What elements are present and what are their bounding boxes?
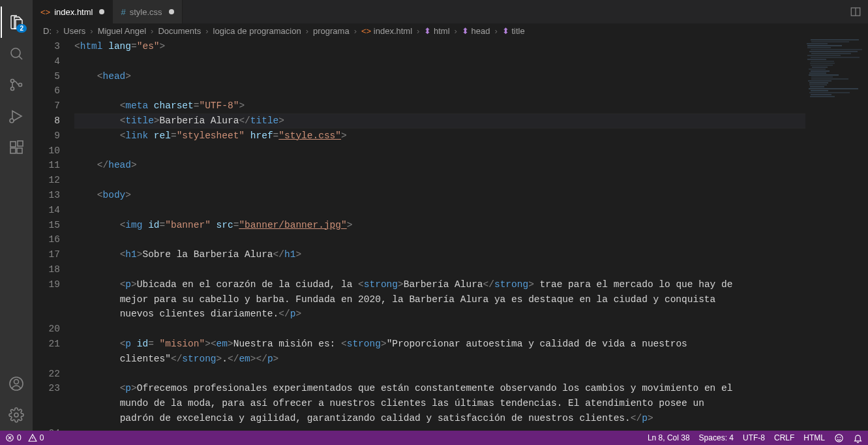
line-number: 23 [33, 381, 60, 396]
status-errors[interactable]: 0 [5, 433, 22, 442]
code-line[interactable]: <head> [74, 69, 868, 84]
svg-point-15 [837, 437, 838, 437]
code-line[interactable]: <p>Ubicada en el corazón de la ciudad, l… [74, 277, 868, 292]
code-line[interactable] [74, 367, 868, 382]
code-line[interactable]: </head> [74, 158, 868, 173]
code-line[interactable] [74, 322, 868, 337]
breadcrumb-segment[interactable]: logica de programacion [213, 26, 301, 36]
code-line[interactable]: mundo de la moda, para así ofrecer a nue… [74, 396, 868, 411]
status-warnings[interactable]: 0 [28, 433, 44, 442]
line-number: 16 [33, 232, 60, 247]
breadcrumb-segment[interactable]: Users [63, 26, 85, 36]
svg-point-3 [19, 84, 22, 87]
search-button[interactable] [1, 38, 32, 69]
svg-rect-6 [10, 148, 16, 153]
line-number [33, 307, 60, 322]
dirty-indicator-icon [99, 9, 104, 14]
code-line[interactable]: <title>Barbería Alura</title> [74, 114, 868, 129]
line-number: 14 [33, 203, 60, 218]
line-number: 15 [33, 218, 60, 233]
code-line[interactable]: <p>Ofrecemos profesionales experimentado… [74, 381, 868, 396]
line-number: 18 [33, 262, 60, 277]
code-line[interactable] [74, 54, 868, 69]
breadcrumb-segment[interactable]: Documents [158, 26, 201, 36]
code-line[interactable]: <meta charset="UTF-8"> [74, 99, 868, 114]
line-number: 20 [33, 322, 60, 337]
line-number: 9 [33, 129, 60, 144]
status-encoding[interactable]: UTF-8 [743, 433, 765, 442]
run-debug-button[interactable] [1, 100, 32, 132]
code-line[interactable] [74, 426, 868, 431]
breadcrumb[interactable]: D:›Users›Miguel Angel›Documents›logica d… [33, 23, 868, 39]
tab-style-css[interactable]: #style.css [113, 0, 182, 23]
editor-actions [850, 0, 868, 23]
svg-point-14 [835, 434, 843, 441]
line-number: 17 [33, 247, 60, 262]
line-gutter: 3456789101112131415161718192021222324 [33, 39, 74, 431]
breadcrumb-segment[interactable]: Miguel Angel [98, 26, 146, 36]
line-number: 5 [33, 69, 60, 84]
breadcrumb-symbol[interactable]: ⬍ head [462, 26, 490, 36]
svg-point-2 [11, 87, 14, 91]
tab-bar: <>index.html#style.css [33, 0, 868, 23]
code-line[interactable]: <html lang="es"> [74, 39, 868, 54]
tab-label: style.css [130, 7, 162, 17]
code-line[interactable]: <body> [74, 188, 868, 203]
breadcrumb-symbol[interactable]: ⬍ html [424, 26, 449, 36]
breadcrumb-symbol[interactable]: ⬍ title [502, 26, 525, 36]
line-number: 11 [33, 158, 60, 173]
code-line[interactable]: <img id="banner" src="banner/banner.jpg"… [74, 218, 868, 233]
code-editor[interactable]: <html lang="es"> <head> <meta charset="U… [74, 39, 868, 431]
code-line[interactable] [74, 203, 868, 218]
css-file-icon: # [121, 7, 125, 17]
line-number [33, 411, 60, 426]
minimap[interactable] [805, 39, 868, 418]
tab-index-html[interactable]: <>index.html [33, 0, 113, 23]
svg-point-4 [10, 119, 14, 123]
code-line[interactable]: <link rel="stylesheet" href="style.css"> [74, 129, 868, 144]
line-number: 10 [33, 144, 60, 159]
code-line[interactable] [74, 144, 868, 159]
extensions-button[interactable] [1, 132, 32, 163]
split-editor-icon[interactable] [850, 6, 861, 18]
breadcrumb-file[interactable]: <> index.html [361, 26, 412, 36]
line-number: 3 [33, 39, 60, 54]
code-line[interactable] [74, 262, 868, 277]
status-language[interactable]: HTML [803, 433, 825, 442]
symbol-icon: ⬍ [424, 26, 431, 36]
svg-point-1 [11, 80, 14, 83]
breadcrumb-segment[interactable]: programa [313, 26, 350, 36]
code-line[interactable]: <p id= "mision"><em>Nuestra misión es: <… [74, 337, 868, 352]
line-number: 22 [33, 367, 60, 382]
code-line[interactable]: nuevos clientes diariamente.</p> [74, 307, 868, 322]
code-line[interactable]: <h1>Sobre la Barbería Alura</h1> [74, 247, 868, 262]
status-indent[interactable]: Spaces: 4 [699, 433, 734, 442]
status-feedback-icon[interactable] [834, 433, 844, 443]
line-number [33, 292, 60, 307]
status-bell-icon[interactable] [853, 433, 863, 443]
explorer-button[interactable]: 2 [1, 7, 32, 38]
line-number: 19 [33, 277, 60, 292]
line-number: 8 [33, 114, 60, 129]
code-line[interactable] [74, 232, 868, 247]
code-line[interactable]: padrón de excelencia y agilidad, garanti… [74, 411, 868, 426]
status-eol[interactable]: CRLF [774, 433, 794, 442]
breadcrumb-segment[interactable]: D: [43, 26, 52, 36]
line-number [33, 396, 60, 411]
line-number: 6 [33, 84, 60, 99]
line-number: 7 [33, 99, 60, 114]
source-control-button[interactable] [1, 69, 32, 100]
line-number: 4 [33, 54, 60, 69]
code-line[interactable]: mejor para su cabello y barba. Fundada e… [74, 292, 868, 307]
code-line[interactable] [74, 173, 868, 188]
accounts-button[interactable] [1, 368, 32, 399]
svg-rect-8 [18, 141, 23, 146]
svg-point-11 [14, 413, 18, 417]
status-cursor[interactable]: Ln 8, Col 38 [648, 433, 690, 442]
settings-button[interactable] [1, 399, 32, 431]
tab-label: index.html [54, 7, 93, 17]
html-file-icon: <> [40, 7, 50, 17]
code-line[interactable]: clientes"</strong>.</em></p> [74, 352, 868, 367]
code-line[interactable] [74, 84, 868, 99]
svg-point-16 [840, 437, 841, 437]
